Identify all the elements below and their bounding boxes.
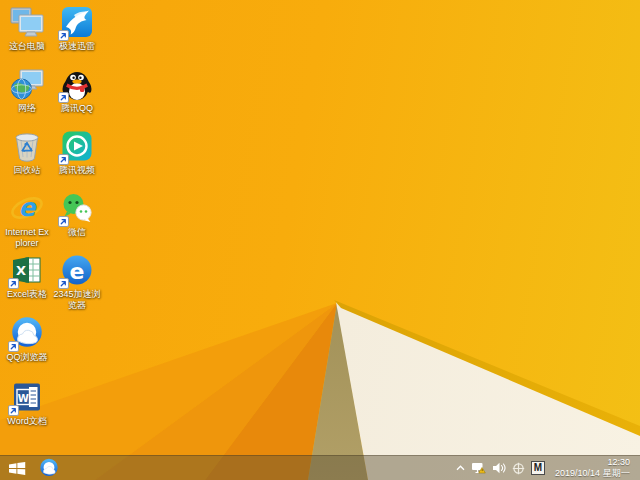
desktop-icon-2345-browser[interactable]: e 2345加速浏览器 bbox=[53, 252, 101, 310]
desktop-icon-network[interactable]: 网络 bbox=[3, 66, 51, 114]
start-button[interactable] bbox=[0, 456, 34, 480]
desktop-icon-wechat[interactable]: 微信 bbox=[53, 190, 101, 238]
svg-text:e: e bbox=[70, 259, 85, 284]
icon-label: 2345加速浏览器 bbox=[53, 289, 101, 310]
icon-label: 腾讯QQ bbox=[61, 103, 93, 114]
shortcut-arrow-icon bbox=[58, 278, 69, 289]
show-hidden-icons-button[interactable] bbox=[456, 456, 465, 480]
svg-text:X: X bbox=[16, 263, 26, 278]
recycle-bin-icon bbox=[9, 128, 45, 164]
scope-tray-icon[interactable] bbox=[512, 456, 525, 480]
icon-label: 微信 bbox=[68, 227, 86, 238]
icon-label: Excel表格 bbox=[7, 289, 47, 300]
clock-time: 12:30 bbox=[607, 457, 630, 468]
thunder-icon bbox=[59, 4, 95, 40]
qq-penguin-icon bbox=[59, 66, 95, 102]
shortcut-arrow-icon bbox=[58, 92, 69, 103]
shortcut-arrow-icon bbox=[58, 216, 69, 227]
icon-label: 极速迅雷 bbox=[59, 41, 95, 52]
desktop-icon-this-pc[interactable]: 这台电脑 bbox=[3, 4, 51, 52]
icon-label: 腾讯视频 bbox=[59, 165, 95, 176]
tencent-video-icon bbox=[59, 128, 95, 164]
icon-label: Internet Explorer bbox=[3, 227, 51, 248]
icon-label: 这台电脑 bbox=[9, 41, 45, 52]
clock-date: 2019/10/14 bbox=[555, 468, 600, 479]
icon-label: Word文档 bbox=[7, 416, 46, 427]
icon-label: 回收站 bbox=[14, 165, 41, 176]
taskbar: M 12:30 2019/10/14 星期一 bbox=[0, 455, 640, 480]
taskbar-clock[interactable]: 12:30 2019/10/14 星期一 bbox=[551, 457, 634, 479]
shortcut-arrow-icon bbox=[8, 405, 19, 416]
clock-weekday: 星期一 bbox=[603, 468, 630, 479]
2345-browser-icon: e bbox=[59, 252, 95, 288]
shortcut-arrow-icon bbox=[8, 278, 19, 289]
shortcut-arrow-icon bbox=[8, 341, 19, 352]
internet-explorer-icon: e bbox=[9, 190, 45, 226]
shortcut-arrow-icon bbox=[58, 154, 69, 165]
icon-label: 网络 bbox=[18, 103, 36, 114]
network-icon bbox=[9, 66, 45, 102]
word-icon: W bbox=[9, 379, 45, 415]
excel-icon: X bbox=[9, 252, 45, 288]
svg-text:W: W bbox=[18, 393, 29, 404]
system-tray: M 12:30 2019/10/14 星期一 bbox=[456, 456, 640, 480]
desktop-icon-internet-explorer[interactable]: e Internet Explorer bbox=[3, 190, 51, 248]
this-pc-icon bbox=[9, 4, 45, 40]
network-status-icon[interactable] bbox=[471, 456, 486, 480]
desktop-screen: 这台电脑 极速迅雷 bbox=[0, 0, 640, 480]
shortcut-arrow-icon bbox=[58, 30, 69, 41]
svg-text:e: e bbox=[19, 193, 38, 222]
desktop-icon-recycle-bin[interactable]: 回收站 bbox=[3, 128, 51, 176]
desktop-icon-excel[interactable]: X Excel表格 bbox=[3, 252, 51, 300]
desktop-icon-tencent-qq[interactable]: 腾讯QQ bbox=[53, 66, 101, 114]
desktop-icon-tencent-video[interactable]: 腾讯视频 bbox=[53, 128, 101, 176]
qq-browser-icon bbox=[39, 458, 59, 478]
taskbar-item-qq-browser[interactable] bbox=[34, 456, 64, 480]
icon-label: QQ浏览器 bbox=[6, 352, 47, 363]
windows-logo-icon bbox=[9, 461, 26, 476]
desktop-icon-qq-browser[interactable]: QQ浏览器 bbox=[3, 315, 51, 363]
volume-icon[interactable] bbox=[492, 456, 506, 480]
desktop-icon-word[interactable]: W Word文档 bbox=[3, 379, 51, 427]
qq-browser-icon bbox=[9, 315, 45, 351]
input-method-indicator[interactable]: M bbox=[531, 461, 545, 475]
wechat-icon bbox=[59, 190, 95, 226]
desktop-icon-thunder[interactable]: 极速迅雷 bbox=[53, 4, 101, 52]
